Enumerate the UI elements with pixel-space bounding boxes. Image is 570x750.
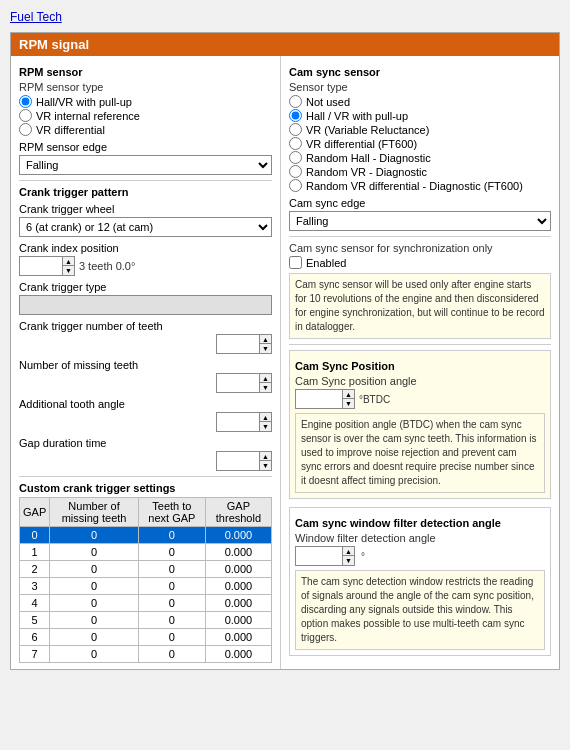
cell-threshold-0: 0.000 [205,527,271,544]
cell-missing-2: 0 [50,561,139,578]
cam-type-random-hall-label: Random Hall - Diagnostic [306,152,431,164]
num-missing-teeth-spin[interactable]: 0 ▲ ▼ [216,373,272,393]
table-row[interactable]: 3 0 0 0.000 [20,578,272,595]
rpm-type-vr-internal[interactable]: VR internal reference [19,109,272,122]
additional-tooth-angle-down[interactable]: ▼ [260,422,271,431]
cell-threshold-3: 0.000 [205,578,271,595]
crank-trigger-type-label: Crank trigger type [19,281,272,293]
cam-type-vr-variable[interactable]: VR (Variable Reluctance) [289,123,551,136]
cam-sync-edge-select[interactable]: Falling [289,211,551,231]
cam-type-random-hall-radio[interactable] [289,151,302,164]
rpm-type-vr-diff[interactable]: VR differential [19,123,272,136]
brand-link[interactable]: Fuel Tech [10,10,560,24]
crank-num-teeth-input[interactable]: 6 [217,335,259,353]
window-angle-down[interactable]: ▼ [343,556,354,565]
table-row[interactable]: 2 0 0 0.000 [20,561,272,578]
gap-duration-spin[interactable]: 0.00 ▲ ▼ [216,451,272,471]
cam-type-hall-vr-radio[interactable] [289,109,302,122]
cam-type-vr-variable-radio[interactable] [289,123,302,136]
cell-next-3: 0 [138,578,205,595]
cam-angle-down[interactable]: ▼ [343,399,354,408]
cam-type-random-vr[interactable]: Random VR - Diagnostic [289,165,551,178]
cam-sync-pos-angle-label: Cam Sync position angle [295,375,545,387]
enabled-checkbox[interactable] [289,256,302,269]
window-filter-label: Window filter detection angle [295,532,545,544]
num-missing-teeth-down[interactable]: ▼ [260,383,271,392]
num-missing-teeth-input[interactable]: 0 [217,374,259,392]
custom-crank-title: Custom crank trigger settings [19,482,272,494]
cam-angle-up[interactable]: ▲ [343,390,354,399]
num-missing-teeth-up[interactable]: ▲ [260,374,271,383]
crank-num-teeth-row: 6 ▲ ▼ [19,334,272,354]
table-row[interactable]: 0 0 0 0.000 [20,527,272,544]
cam-type-vr-diff-ft600-radio[interactable] [289,137,302,150]
cam-sync-sync-only-label: Cam sync sensor for synchronization only [289,242,551,254]
crank-num-teeth-down[interactable]: ▼ [260,344,271,353]
cam-type-not-used[interactable]: Not used [289,95,551,108]
crank-trigger-wheel-select[interactable]: 6 (at crank) or 12 (at cam) [19,217,272,237]
cell-next-4: 0 [138,595,205,612]
cam-type-random-vr-diff[interactable]: Random VR differential - Diagnostic (FT6… [289,179,551,192]
rpm-type-hall-vr[interactable]: Hall/VR with pull-up [19,95,272,108]
table-row[interactable]: 7 0 0 0.000 [20,646,272,663]
crank-trigger-wheel-label: Crank trigger wheel [19,203,272,215]
cell-gap-1: 1 [20,544,50,561]
window-angle-up[interactable]: ▲ [343,547,354,556]
table-header-next: Teeth to next GAP [138,498,205,527]
cam-type-not-used-radio[interactable] [289,95,302,108]
sensor-type-label: Sensor type [289,81,551,93]
additional-tooth-angle-up[interactable]: ▲ [260,413,271,422]
crank-index-down[interactable]: ▼ [63,266,74,275]
crank-index-up[interactable]: ▲ [63,257,74,266]
cam-type-random-vr-radio[interactable] [289,165,302,178]
additional-tooth-angle-input[interactable]: 0.0 [217,413,259,431]
crank-index-spin[interactable]: 180.0 ▲ ▼ [19,256,75,276]
cam-sync-info-box: Cam sync sensor will be used only after … [289,273,551,339]
window-angle-input[interactable]: 360 [296,547,342,565]
additional-tooth-angle-spin[interactable]: 0.0 ▲ ▼ [216,412,272,432]
table-row[interactable]: 6 0 0 0.000 [20,629,272,646]
cell-missing-0: 0 [50,527,139,544]
crank-num-teeth-up[interactable]: ▲ [260,335,271,344]
rpm-sensor-edge-select[interactable]: Falling [19,155,272,175]
rpm-type-vr-diff-radio[interactable] [19,123,32,136]
cam-sync-pos-info: Engine position angle (BTDC) when the ca… [295,413,545,493]
cam-type-hall-vr[interactable]: Hall / VR with pull-up [289,109,551,122]
crank-trigger-type-input[interactable]: No missing tooth [19,295,272,315]
cell-threshold-5: 0.000 [205,612,271,629]
crank-num-teeth-spin[interactable]: 6 ▲ ▼ [216,334,272,354]
cell-threshold-7: 0.000 [205,646,271,663]
additional-tooth-angle-row: 0.0 ▲ ▼ [19,412,272,432]
cell-next-0: 0 [138,527,205,544]
cam-type-hall-vr-label: Hall / VR with pull-up [306,110,408,122]
gap-duration-down[interactable]: ▼ [260,461,271,470]
window-angle-spin[interactable]: 360 ▲ ▼ [295,546,355,566]
cam-sensor-type-group: Not used Hall / VR with pull-up VR (Vari… [289,95,551,192]
cell-threshold-4: 0.000 [205,595,271,612]
cam-type-random-hall[interactable]: Random Hall - Diagnostic [289,151,551,164]
enabled-checkbox-row[interactable]: Enabled [289,256,551,269]
crank-index-position-label: Crank index position [19,242,272,254]
rpm-type-vr-internal-radio[interactable] [19,109,32,122]
rpm-type-hall-vr-radio[interactable] [19,95,32,108]
crank-index-input[interactable]: 180.0 [20,257,62,275]
rpm-sensor-type-label: RPM sensor type [19,81,272,93]
gap-duration-input[interactable]: 0.00 [217,452,259,470]
gap-duration-up[interactable]: ▲ [260,452,271,461]
cam-sync-angle-input[interactable]: 328.5 [296,390,342,408]
cam-type-random-vr-diff-radio[interactable] [289,179,302,192]
window-filter-title: Cam sync window filter detection angle [295,517,545,529]
window-filter-box: Cam sync window filter detection angle W… [289,507,551,656]
rpm-signal-panel: RPM signal RPM sensor RPM sensor type Ha… [10,32,560,670]
table-row[interactable]: 5 0 0 0.000 [20,612,272,629]
table-row[interactable]: 4 0 0 0.000 [20,595,272,612]
table-header-gap: GAP [20,498,50,527]
cell-next-5: 0 [138,612,205,629]
table-row[interactable]: 1 0 0 0.000 [20,544,272,561]
cam-type-vr-diff-ft600[interactable]: VR differential (FT600) [289,137,551,150]
rpm-sensor-type-group: Hall/VR with pull-up VR internal referen… [19,95,272,136]
cam-angle-value-spin[interactable]: 328.5 ▲ ▼ [295,389,355,409]
cell-gap-6: 6 [20,629,50,646]
cell-gap-5: 5 [20,612,50,629]
cam-sync-position-box: Cam Sync Position Cam Sync position angl… [289,350,551,499]
